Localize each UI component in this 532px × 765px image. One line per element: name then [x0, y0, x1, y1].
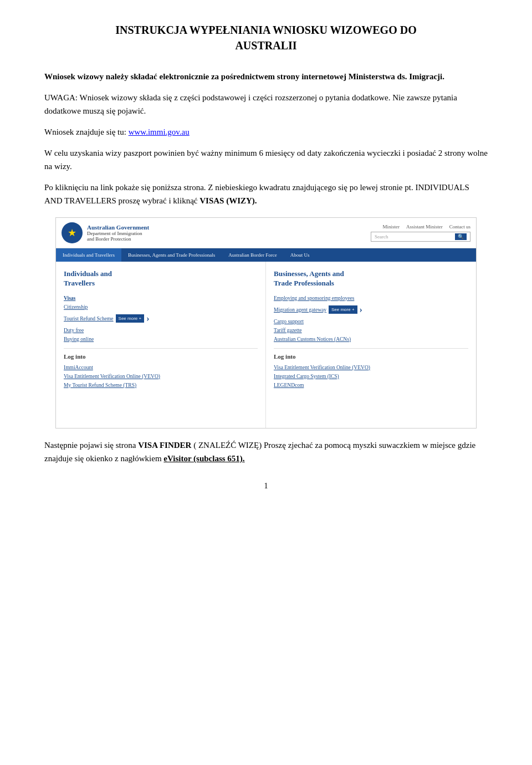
nav-item-businesses[interactable]: Businesses, Agents and Trade Professiona… — [121, 248, 222, 262]
gov-logo-icon: ★ — [62, 222, 83, 243]
left-tourist-refund-row: Tourist Refund Scheme See more + › — [64, 312, 258, 326]
paragraph-6: Następnie pojawi się strona VISA FINDER … — [44, 438, 488, 465]
paragraph-4-text: W celu uzyskania wizy paszport powinien … — [44, 149, 488, 171]
right-migration-row: Migration agent gateway See more + › — [274, 303, 468, 317]
contact-label: Contact us — [449, 224, 470, 230]
left-chevron-icon: › — [146, 314, 149, 324]
nav-bar: Individuals and Travellers Businesses, A… — [56, 248, 476, 262]
paragraph-1: Wniosek wizowy należy składać elektronic… — [44, 70, 488, 83]
paragraph-2: UWAGA: Wniosek wizowy składa się z częśc… — [44, 91, 488, 118]
gov-header: ★ Australian Government Department of Im… — [56, 218, 476, 248]
right-link-employing[interactable]: Employing and sponsoring employees — [274, 294, 468, 303]
dept-name-line1: Department of Immigration — [87, 231, 149, 236]
page-title: INSTRUKCJA WYPEŁNIANIA WNIOSKU WIZOWEGO … — [44, 22, 488, 53]
right-log-ics[interactable]: Integrated Cargo System (ICS) — [274, 372, 468, 381]
paragraph-3: Wniosek znajduje się tu: www.immi.gov.au — [44, 125, 488, 139]
right-link-tariff[interactable]: Tariff gazette — [274, 326, 468, 335]
nav-item-about[interactable]: About Us — [284, 248, 316, 262]
paragraph-6-bold2: eVisitor (subclass 651). — [163, 454, 244, 463]
right-link-cargo[interactable]: Cargo support — [274, 317, 468, 326]
left-divider — [64, 348, 258, 349]
paragraph-1-text: Wniosek wizowy należy składać elektronic… — [44, 72, 444, 81]
right-panel: Businesses, Agents andTrade Professional… — [266, 262, 476, 428]
paragraph-6-bold1: VISA FINDER — [138, 441, 191, 450]
left-see-more-button[interactable]: See more + — [116, 314, 145, 323]
right-link-migration-agent[interactable]: Migration agent gateway — [274, 305, 326, 314]
left-log-immi-account[interactable]: ImmiAccount — [64, 363, 258, 372]
left-link-visas[interactable]: Visas — [64, 294, 258, 303]
minister-label: Minister — [382, 224, 400, 230]
minister-links: Minister Assistant Minister Contact us — [382, 224, 470, 230]
search-placeholder: Search — [375, 234, 455, 239]
main-content: Individuals andTravellers Visas Citizens… — [56, 262, 476, 428]
left-panel: Individuals andTravellers Visas Citizens… — [56, 262, 266, 428]
paragraph-6-prefix: Następnie pojawi się strona — [44, 441, 138, 450]
left-log-trs[interactable]: My Tourist Refund Scheme (TRS) — [64, 381, 258, 390]
gov-name-text: Australian Government — [87, 224, 149, 231]
right-log-into-label: Log into — [274, 353, 468, 360]
paragraph-2-text: UWAGA: Wniosek wizowy składa się z częśc… — [44, 93, 457, 115]
right-divider — [274, 348, 468, 349]
nav-item-individuals[interactable]: Individuals and Travellers — [56, 248, 121, 262]
right-chevron-icon: › — [360, 305, 362, 315]
right-link-acn[interactable]: Australian Customs Notices (ACNs) — [274, 335, 468, 344]
immi-gov-link[interactable]: www.immi.gov.au — [129, 128, 190, 136]
paragraph-4: W celu uzyskania wizy paszport powinien … — [44, 146, 488, 173]
gov-logo-area: ★ Australian Government Department of Im… — [62, 222, 149, 243]
right-see-more-button[interactable]: See more + — [329, 305, 357, 314]
paragraph-3-prefix: Wniosek znajduje się tu: — [44, 128, 129, 136]
search-button[interactable]: 🔍 — [455, 233, 467, 240]
left-panel-title: Individuals andTravellers — [64, 269, 258, 288]
gov-header-right: Minister Assistant Minister Contact us S… — [371, 224, 470, 242]
paragraph-5-bold: VISAS (WIZY). — [200, 196, 257, 205]
left-link-tourist-refund[interactable]: Tourist Refund Scheme — [64, 314, 114, 323]
dept-name-line2: and Border Protection — [87, 236, 149, 242]
assistant-minister-label: Assistant Minister — [406, 224, 443, 230]
left-link-duty-free[interactable]: Duty free — [64, 326, 258, 335]
page-number: 1 — [44, 482, 488, 491]
right-log-legend[interactable]: LEGENDcom — [274, 381, 468, 390]
left-log-into-label: Log into — [64, 353, 258, 360]
right-panel-title: Businesses, Agents andTrade Professional… — [274, 269, 468, 288]
paragraph-5: Po kliknięciu na link pokaże się poniższ… — [44, 181, 488, 207]
left-link-citizenship[interactable]: Citizenship — [64, 303, 258, 312]
right-log-vevo[interactable]: Visa Entitlement Verification Online (VE… — [274, 363, 468, 372]
left-link-buying-online[interactable]: Buying online — [64, 335, 258, 344]
search-bar[interactable]: Search 🔍 — [371, 232, 470, 242]
gov-title-block: Australian Government Department of Immi… — [87, 224, 149, 242]
nav-item-border-force[interactable]: Australian Border Force — [222, 248, 283, 262]
website-screenshot: ★ Australian Government Department of Im… — [55, 217, 477, 429]
left-log-vevo[interactable]: Visa Entitlement Verification Online (VE… — [64, 372, 258, 381]
